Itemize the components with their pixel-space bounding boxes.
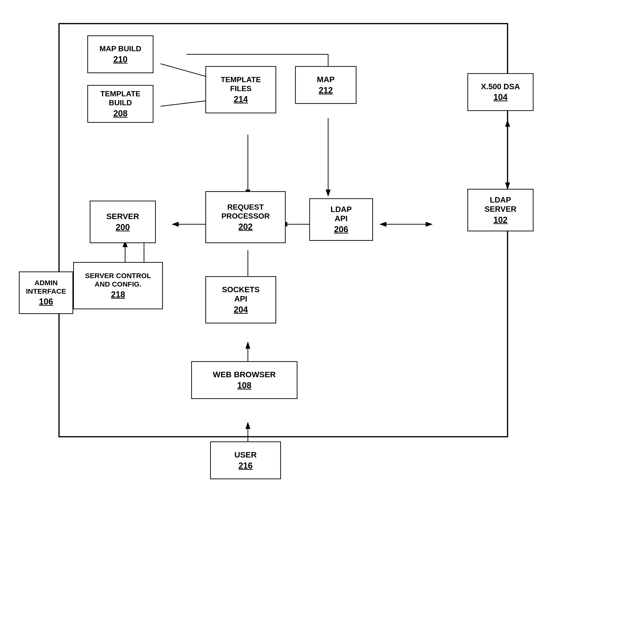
template-files-label: TEMPLATEFILES bbox=[221, 75, 261, 93]
sockets-api-label: SOCKETSAPI bbox=[222, 285, 260, 304]
x500-dsa-box: X.500 DSA 104 bbox=[467, 73, 534, 111]
server-ref: 200 bbox=[116, 222, 130, 232]
web-browser-ref: 108 bbox=[237, 380, 251, 390]
x500-dsa-label: X.500 DSA bbox=[481, 82, 520, 91]
admin-interface-box: ADMININTERFACE 106 bbox=[19, 271, 73, 314]
server-box: SERVER 200 bbox=[90, 201, 156, 243]
map-build-ref: 210 bbox=[113, 54, 127, 64]
map-ref: 212 bbox=[319, 85, 333, 95]
user-box: USER 216 bbox=[210, 441, 281, 479]
ldap-server-box: LDAPSERVER 102 bbox=[467, 189, 534, 231]
web-browser-label: WEB BROWSER bbox=[213, 370, 276, 379]
ldap-api-label: LDAPAPI bbox=[330, 205, 352, 223]
ldap-server-ref: 102 bbox=[493, 215, 508, 225]
sockets-api-ref: 204 bbox=[234, 305, 248, 315]
server-control-box: SERVER CONTROLAND CONFIG. 218 bbox=[73, 262, 163, 309]
ldap-server-label: LDAPSERVER bbox=[484, 195, 516, 214]
web-browser-box: WEB BROWSER 108 bbox=[191, 361, 297, 399]
map-label: MAP bbox=[317, 75, 335, 84]
request-processor-box: REQUESTPROCESSOR 202 bbox=[205, 191, 286, 243]
request-processor-ref: 202 bbox=[238, 222, 253, 232]
server-control-ref: 218 bbox=[111, 289, 125, 300]
map-box: MAP 212 bbox=[295, 66, 356, 104]
template-files-ref: 214 bbox=[234, 94, 248, 104]
admin-interface-ref: 106 bbox=[39, 297, 53, 307]
request-processor-label: REQUESTPROCESSOR bbox=[221, 203, 270, 221]
map-build-box: MAP BUILD 210 bbox=[87, 35, 153, 73]
sockets-api-box: SOCKETSAPI 204 bbox=[205, 276, 276, 323]
ldap-api-ref: 206 bbox=[334, 224, 348, 234]
user-label: USER bbox=[234, 450, 257, 460]
ldap-api-box: LDAPAPI 206 bbox=[309, 198, 373, 241]
server-label: SERVER bbox=[106, 212, 139, 221]
template-files-box: TEMPLATEFILES 214 bbox=[205, 66, 276, 113]
x500-dsa-ref: 104 bbox=[493, 92, 508, 102]
user-ref: 216 bbox=[238, 461, 253, 471]
template-build-label: TEMPLATEBUILD bbox=[100, 89, 140, 107]
server-control-label: SERVER CONTROLAND CONFIG. bbox=[85, 271, 151, 288]
diagram-container: ADMININTERFACE 106 MAP BUILD 210 TEMPLAT… bbox=[12, 12, 632, 632]
template-build-ref: 208 bbox=[113, 108, 127, 119]
template-build-box: TEMPLATEBUILD 208 bbox=[87, 85, 153, 123]
map-build-label: MAP BUILD bbox=[99, 44, 141, 53]
admin-interface-label: ADMININTERFACE bbox=[26, 279, 66, 296]
